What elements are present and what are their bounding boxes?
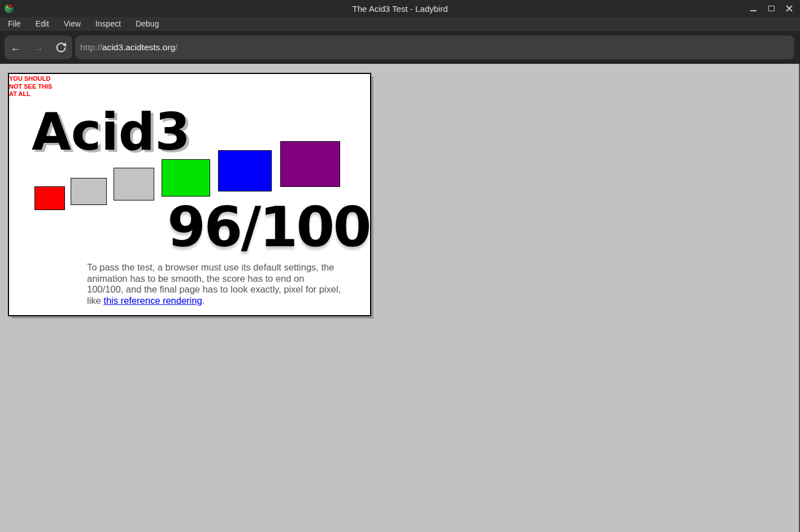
reference-rendering-link[interactable]: this reference rendering: [103, 295, 202, 306]
maximize-button[interactable]: [765, 2, 777, 15]
menu-view[interactable]: View: [56, 17, 88, 32]
test-box-6: [280, 141, 340, 187]
acid3-test-page: YOU SHOULD NOT SEE THIS AT ALL Acid3 96/…: [8, 73, 371, 316]
test-box-4: [162, 159, 210, 197]
minimize-icon: [750, 10, 756, 11]
window-controls: [747, 0, 795, 17]
warning-line: AT ALL: [9, 90, 52, 98]
titlebar: The Acid3 Test - Ladybird: [0, 0, 800, 17]
url-bar[interactable]: http://acid3.acidtests.org/: [75, 36, 794, 59]
menu-edit[interactable]: Edit: [28, 17, 56, 32]
menu-inspect[interactable]: Inspect: [88, 17, 128, 32]
browser-window: The Acid3 Test - Ladybird File Edit View…: [0, 0, 800, 532]
minimize-button[interactable]: [747, 2, 759, 15]
menu-file[interactable]: File: [1, 17, 28, 32]
test-box-1: [34, 186, 65, 210]
reload-icon: [55, 41, 67, 54]
navigation-button-group: ← →: [5, 36, 72, 59]
window-title: The Acid3 Test - Ladybird: [0, 4, 800, 14]
close-icon: [786, 5, 793, 12]
forward-button[interactable]: →: [28, 37, 49, 58]
description-line: To pass the test, a browser must use its…: [87, 262, 359, 273]
menubar: File Edit View Inspect Debug: [0, 17, 800, 32]
test-box-5: [218, 150, 272, 191]
description-line: like this reference rendering.: [87, 295, 359, 307]
url-path: /: [175, 42, 177, 53]
toolbar: ← → http://acid3.acidtests.org/: [0, 32, 800, 64]
reload-button[interactable]: [51, 37, 71, 58]
forward-icon: →: [33, 41, 44, 54]
url-host: acid3.acidtests.org: [102, 42, 175, 53]
test-description: To pass the test, a browser must use its…: [87, 262, 359, 306]
score-text: 96/100: [167, 199, 370, 255]
acid3-heading: Acid3: [32, 107, 190, 158]
page-viewport: YOU SHOULD NOT SEE THIS AT ALL Acid3 96/…: [0, 64, 800, 532]
back-button[interactable]: ←: [6, 37, 26, 58]
description-line: animation has to be smooth, the score ha…: [87, 273, 359, 285]
test-box-2: [71, 178, 107, 205]
back-icon: ←: [10, 41, 21, 54]
menu-debug[interactable]: Debug: [128, 17, 166, 32]
test-box-3: [114, 168, 154, 200]
close-button[interactable]: [783, 2, 795, 15]
description-link-prefix: like: [87, 295, 103, 306]
hidden-warning-text: YOU SHOULD NOT SEE THIS AT ALL: [9, 75, 52, 98]
warning-line: NOT SEE THIS: [9, 83, 52, 91]
description-line: 100/100, and the final page has to look …: [87, 284, 359, 295]
description-link-suffix: .: [202, 295, 205, 306]
maximize-icon: [768, 6, 775, 11]
url-scheme: http://: [80, 42, 102, 53]
warning-line: YOU SHOULD: [9, 75, 52, 83]
